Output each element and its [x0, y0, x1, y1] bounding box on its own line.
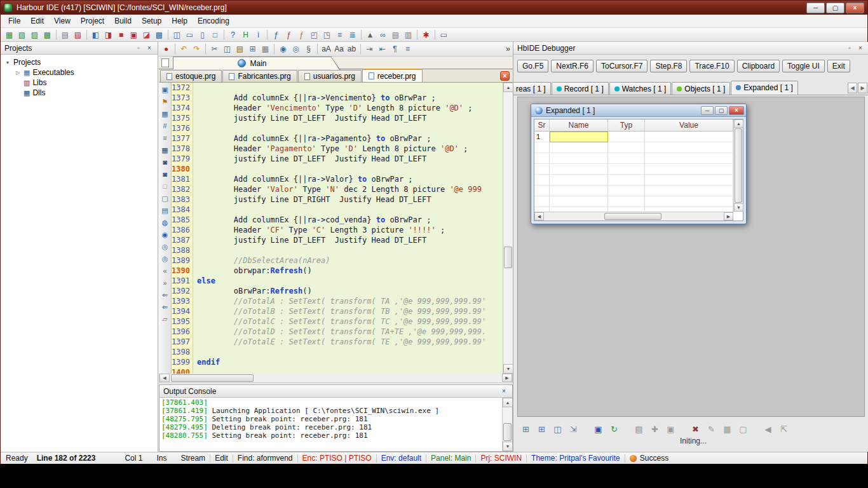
areas-view-icon[interactable]: ⊞ [520, 423, 532, 435]
tree-item-executables[interactable]: ▷▦Executables [1, 67, 158, 78]
close-button[interactable]: × [729, 106, 744, 115]
stop-build-icon[interactable]: ■ [115, 29, 127, 41]
scroll-left-arrow[interactable]: ◀ [159, 374, 170, 382]
block-select-icon[interactable]: ⊞ [247, 43, 259, 55]
refresh-icon[interactable]: ↻ [608, 423, 620, 435]
scroll-down-arrow[interactable]: ▼ [503, 442, 513, 451]
scroll-down-arrow[interactable]: ▼ [503, 364, 513, 374]
console-scrollbar[interactable]: ▲ ▼ [502, 398, 512, 451]
print-icon[interactable]: ▤ [633, 423, 645, 435]
line-number[interactable]: 1387 [172, 235, 193, 245]
scroll-thumb[interactable] [171, 374, 254, 382]
doc-icon[interactable]: ▱ [159, 314, 170, 325]
info-icon[interactable]: i [252, 29, 264, 41]
line-number[interactable]: 1391 [172, 276, 193, 286]
close-panel-icon[interactable]: × [856, 44, 865, 53]
table-cell[interactable] [645, 132, 733, 142]
menu-item-setup[interactable]: Setup [137, 15, 166, 27]
line-number[interactable]: 1389 [172, 255, 193, 266]
detail-list-icon[interactable]: ≣ [346, 29, 358, 41]
to-lower-icon[interactable]: Aa [333, 43, 345, 55]
expander-icon[interactable]: ▷ [15, 70, 21, 76]
list-icon[interactable]: ≡ [159, 133, 170, 144]
copy-icon[interactable]: ◫ [221, 43, 233, 55]
line-number[interactable]: 1394 [172, 306, 193, 316]
title-bar[interactable]: Harbour IDE (r417) [SCIWIN] [C:/fontes/S… [1, 1, 867, 15]
redo-icon[interactable]: ↷ [191, 43, 203, 55]
horizontal-rule-icon[interactable]: ▤ [159, 205, 170, 216]
debugger-button-nextr-f6[interactable]: NextR.F6 [551, 60, 593, 72]
indent-icon[interactable]: ⇥ [363, 43, 376, 55]
menu-item-encoding[interactable]: Encoding [193, 15, 234, 27]
doc-outline-icon[interactable]: ▥ [402, 29, 414, 41]
debugger-button-exit[interactable]: Exit [827, 60, 850, 72]
stream-comment-icon[interactable]: ≡ [402, 43, 414, 55]
close-button[interactable]: × [846, 3, 864, 13]
search-icon[interactable]: ◉ [277, 43, 289, 55]
list-icon[interactable]: ≡ [334, 29, 346, 41]
help-icon[interactable]: ? [227, 29, 239, 41]
line-number[interactable]: 1382 [172, 184, 193, 194]
debugger-tab-record-1[interactable]: Record [ 1 ] [552, 82, 609, 95]
line-number[interactable]: 1381 [172, 174, 193, 184]
tab-usuarios-prg[interactable]: usuarios.prg [298, 70, 362, 82]
debugger-button-clipboard[interactable]: Clipboard [737, 60, 780, 72]
close-panel-icon[interactable]: × [145, 44, 154, 53]
save-project-icon[interactable]: ▩ [41, 29, 53, 41]
line-number[interactable]: 1376 [172, 123, 193, 133]
table-cell[interactable] [550, 132, 608, 142]
record-macro-icon[interactable]: ● [160, 43, 172, 55]
function-tags-icon[interactable]: ƒ [295, 29, 308, 41]
expander-icon[interactable]: ▾ [4, 60, 11, 65]
line-number[interactable]: 1388 [172, 245, 193, 255]
editor-vertical-scrollbar[interactable]: ▲ ▼ [503, 83, 513, 374]
scroll-right-arrow[interactable]: ▶ [502, 374, 512, 382]
search-next-icon[interactable]: ◎ [290, 43, 302, 55]
fullscreen-icon[interactable]: ▭ [438, 29, 450, 41]
line-number[interactable]: 1386 [172, 225, 193, 235]
scroll-up-arrow[interactable]: ▲ [503, 398, 513, 407]
minimize-button[interactable]: ─ [701, 106, 714, 115]
menu-item-file[interactable]: File [3, 15, 25, 27]
dock-left-icon[interactable]: ◰ [308, 29, 320, 41]
panel-icon[interactable]: ▯ [196, 29, 208, 41]
maximize-button[interactable]: ▢ [826, 3, 844, 13]
debugger-button-tocursor-f7[interactable]: ToCursor.F7 [596, 60, 648, 72]
back-icon[interactable]: ◀ [762, 423, 774, 435]
debugger-tab-expanded-1[interactable]: Expanded [ 1 ] [731, 81, 797, 95]
format-icon[interactable]: ¶ [389, 43, 401, 55]
unindent-icon[interactable]: ⇤ [376, 43, 388, 55]
line-number[interactable]: 1392 [172, 286, 193, 296]
split-window-icon[interactable]: ◫ [171, 29, 183, 41]
add-watch-icon[interactable]: ✚ [649, 423, 661, 435]
window-icon[interactable]: ▭ [184, 29, 196, 41]
debugger-tab-watches-1[interactable]: Watches [ 1 ] [609, 82, 672, 95]
edit-watch-icon[interactable]: ✎ [705, 423, 717, 435]
line-number[interactable]: 1373 [172, 93, 193, 103]
tab-estoque-prg[interactable]: estoque.prg [160, 70, 222, 82]
frame-icon[interactable]: ▢ [737, 423, 749, 435]
layout-icon[interactable]: □ [209, 29, 221, 41]
info-icon[interactable]: ◉ [159, 229, 170, 240]
debugger-tab-reas-1[interactable]: reas [ 1 ] [513, 82, 551, 95]
line-number[interactable]: 1378 [172, 144, 193, 154]
cut-icon[interactable]: ✂ [208, 43, 220, 55]
compile-ppo-icon[interactable]: ◨ [102, 29, 114, 41]
debugger-button-go-f5[interactable]: Go.F5 [517, 60, 548, 72]
line-number[interactable]: 1379 [172, 154, 193, 164]
minimize-button[interactable]: ─ [806, 3, 825, 13]
debugger-button-step-f8[interactable]: Step.F8 [650, 60, 687, 72]
close-tab-button[interactable]: × [500, 71, 510, 81]
scroll-left-arrow[interactable]: ◀ [534, 212, 544, 220]
build-icon[interactable]: ▤ [59, 29, 71, 41]
line-number[interactable]: 1372 [172, 83, 193, 93]
link-icon[interactable]: ∞ [377, 29, 389, 41]
tree-root-projects[interactable]: ▾Projects [1, 57, 158, 67]
menu-item-view[interactable]: View [49, 15, 76, 27]
line-number[interactable]: 1397 [172, 337, 193, 347]
menu-item-edit[interactable]: Edit [25, 15, 49, 27]
zoom-in-icon[interactable]: ◎ [159, 241, 170, 252]
breakpoint-line-number[interactable]: 1400 [172, 367, 193, 374]
record-view-icon[interactable]: ⊞ [536, 423, 548, 435]
debugger-tab-objects-1[interactable]: Objects [ 1 ] [672, 82, 730, 95]
